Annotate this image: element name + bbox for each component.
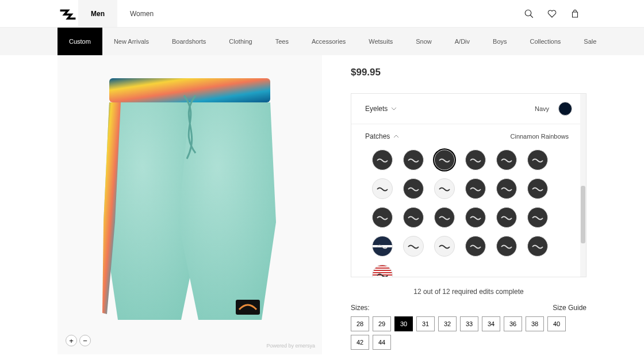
size-33[interactable]: 33 xyxy=(460,316,478,331)
patch-option-8[interactable] xyxy=(434,178,455,199)
patch-option-2[interactable] xyxy=(434,150,455,170)
size-44[interactable]: 44 xyxy=(373,335,391,350)
size-34[interactable]: 34 xyxy=(482,316,500,331)
svg-point-0 xyxy=(525,10,531,16)
eyelets-label: Eyelets xyxy=(365,105,388,113)
patch-option-6[interactable] xyxy=(372,178,393,199)
patch-option-24[interactable] xyxy=(372,265,393,277)
patch-option-21[interactable] xyxy=(465,236,486,257)
patch-option-0[interactable] xyxy=(372,150,393,170)
wishlist-heart-icon[interactable] xyxy=(540,0,564,27)
patches-label: Patches xyxy=(365,132,390,140)
patch-option-19[interactable] xyxy=(403,236,424,257)
svg-line-1 xyxy=(530,15,533,18)
search-icon[interactable] xyxy=(518,0,540,27)
patch-option-12[interactable] xyxy=(372,207,393,228)
chevron-down-icon xyxy=(391,106,397,112)
patch-option-23[interactable] xyxy=(527,236,548,257)
brand-logo[interactable] xyxy=(57,0,78,27)
size-31[interactable]: 31 xyxy=(416,316,435,331)
nav-a-div[interactable]: A/Div xyxy=(443,28,481,55)
nav-wetsuits[interactable]: Wetsuits xyxy=(357,28,404,55)
cart-bag-icon[interactable] xyxy=(564,0,586,27)
size-guide-link[interactable]: Size Guide xyxy=(553,304,586,312)
size-42[interactable]: 42 xyxy=(351,335,369,350)
zoom-out-button[interactable]: − xyxy=(79,335,91,346)
powered-by-label: Powered by emersya xyxy=(266,343,315,349)
patch-option-18[interactable] xyxy=(372,236,393,257)
tab-women[interactable]: Women xyxy=(117,0,166,27)
nav-boardshorts[interactable]: Boardshorts xyxy=(160,28,217,55)
patch-option-20[interactable] xyxy=(434,236,455,257)
size-32[interactable]: 32 xyxy=(438,316,457,331)
config-section-eyelets[interactable]: Eyelets Navy xyxy=(351,94,586,124)
patch-option-9[interactable] xyxy=(465,178,486,199)
patch-option-4[interactable] xyxy=(496,150,517,170)
sizes-section: Sizes: Size Guide 2829303132333436384042… xyxy=(351,304,586,350)
product-image xyxy=(86,72,293,337)
nav-snow[interactable]: Snow xyxy=(404,28,443,55)
patch-option-15[interactable] xyxy=(465,207,486,228)
nav-clothing[interactable]: Clothing xyxy=(217,28,263,55)
svg-rect-3 xyxy=(236,300,260,315)
patch-option-10[interactable] xyxy=(496,178,517,199)
topbar: Men Women xyxy=(0,0,644,28)
config-section-patches: Patches Cinnamon Rainbows xyxy=(351,124,586,277)
patch-grid xyxy=(365,140,572,277)
eyelets-value: Navy xyxy=(535,105,553,112)
size-30[interactable]: 30 xyxy=(394,316,413,331)
nav-custom[interactable]: Custom xyxy=(57,28,102,55)
patches-value: Cinnamon Rainbows xyxy=(511,133,573,140)
nav-collections[interactable]: Collections xyxy=(519,28,573,55)
patch-option-16[interactable] xyxy=(496,207,517,228)
size-40[interactable]: 40 xyxy=(547,316,566,331)
nav-tees[interactable]: Tees xyxy=(264,28,300,55)
nav-new-arrivals[interactable]: New Arrivals xyxy=(102,28,160,55)
nav-boys[interactable]: Boys xyxy=(481,28,518,55)
patch-option-3[interactable] xyxy=(465,150,486,170)
nav-sale[interactable]: Sale xyxy=(572,28,608,55)
product-viewer[interactable]: + − Powered by emersya xyxy=(57,55,322,354)
zoom-in-button[interactable]: + xyxy=(66,335,77,346)
size-36[interactable]: 36 xyxy=(504,316,522,331)
category-nav: CustomNew ArrivalsBoardshortsClothingTee… xyxy=(0,28,644,55)
size-28[interactable]: 28 xyxy=(351,316,369,331)
product-options: $99.95 Eyelets Navy Patches xyxy=(322,55,586,354)
patch-option-7[interactable] xyxy=(403,178,424,199)
tab-men[interactable]: Men xyxy=(78,0,117,27)
config-scrollbar[interactable] xyxy=(580,94,586,277)
patch-option-14[interactable] xyxy=(434,207,455,228)
size-29[interactable]: 29 xyxy=(373,316,391,331)
price-label: $99.95 xyxy=(351,67,586,78)
patch-option-13[interactable] xyxy=(403,207,424,228)
patch-option-22[interactable] xyxy=(496,236,517,257)
sizes-label: Sizes: xyxy=(351,304,370,312)
eyelets-swatch xyxy=(558,102,572,116)
patch-option-1[interactable] xyxy=(403,150,424,170)
patches-header[interactable]: Patches Cinnamon Rainbows xyxy=(365,132,572,140)
patch-option-5[interactable] xyxy=(527,150,548,170)
nav-accessories[interactable]: Accessories xyxy=(300,28,357,55)
main-content: + − Powered by emersya $99.95 Eyelets Na… xyxy=(0,55,644,354)
svg-rect-2 xyxy=(109,78,270,102)
edits-complete-label: 12 out of 12 required edits complete xyxy=(351,288,586,296)
size-38[interactable]: 38 xyxy=(526,316,544,331)
chevron-up-icon xyxy=(393,133,399,139)
patch-option-17[interactable] xyxy=(527,207,548,228)
config-panel: Eyelets Navy Patches Cinnamon Rainbows xyxy=(351,93,586,277)
patch-option-11[interactable] xyxy=(527,178,548,199)
